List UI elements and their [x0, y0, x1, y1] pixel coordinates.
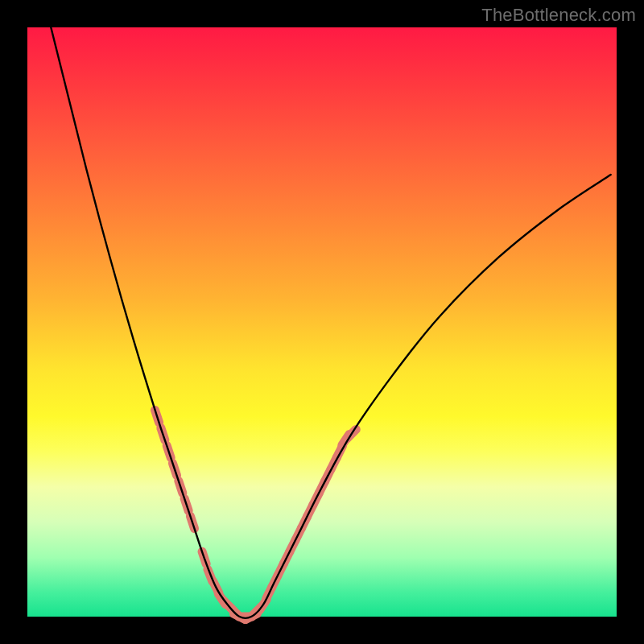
overlay-markers	[155, 411, 357, 620]
bottleneck-curve	[45, 4, 611, 618]
plot-area	[27, 27, 617, 617]
watermark-text: TheBottleneck.com	[481, 5, 636, 26]
chart-svg	[27, 27, 617, 617]
chart-frame: TheBottleneck.com	[0, 0, 644, 644]
